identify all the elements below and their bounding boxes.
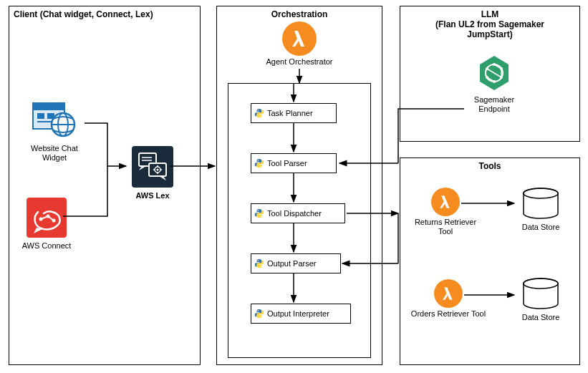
svg-point-29	[257, 210, 259, 211]
svg-point-28	[260, 165, 261, 167]
step-label: Task Planner	[267, 109, 313, 117]
svg-point-34	[260, 316, 261, 317]
datastore-label: Data Store	[516, 223, 566, 232]
svg-rect-2	[37, 113, 44, 119]
sagemaker-label: Sagemaker Endpoint	[466, 95, 523, 114]
lambda-icon	[434, 279, 463, 308]
tools-title: Tools	[400, 158, 579, 174]
orders-retriever-tool: Orders Retriever Tool	[405, 279, 491, 319]
datastore-returns: Data Store	[516, 188, 566, 232]
svg-rect-8	[26, 198, 67, 238]
step-label: Output Parser	[267, 259, 316, 268]
svg-point-32	[260, 266, 261, 267]
returns-label: Returns Retriever Tool	[411, 218, 480, 236]
step-label: Tool Parser	[267, 159, 307, 168]
datastore-icon	[521, 188, 561, 219]
aws-connect-icon	[26, 198, 67, 238]
chat-widget-icon	[32, 100, 77, 140]
output-interpreter-step: Output Interpreter	[251, 304, 351, 324]
svg-point-20	[157, 169, 159, 171]
aws-lex-icon	[132, 146, 173, 188]
orchestration-title: Orchestration	[217, 6, 382, 22]
sagemaker-icon	[476, 54, 513, 92]
output-parser-step: Output Parser	[251, 253, 341, 273]
aws-connect-label: AWS Connect	[21, 241, 72, 251]
datastore-icon	[521, 278, 561, 309]
python-icon	[254, 309, 264, 319]
svg-rect-1	[33, 103, 64, 110]
svg-point-33	[257, 310, 259, 311]
aws-connect: AWS Connect	[21, 198, 72, 251]
step-label: Output Interpreter	[267, 309, 329, 318]
python-icon	[254, 158, 264, 168]
lambda-icon	[431, 188, 460, 216]
chat-widget-label: Website Chat Widget	[24, 144, 85, 163]
step-label: Tool Dispatcher	[267, 209, 322, 218]
svg-point-27	[257, 160, 259, 161]
python-icon	[254, 108, 264, 118]
aws-lex: AWS Lex	[127, 146, 178, 200]
orchestrator-label: Agent Orchestrator	[258, 57, 341, 67]
client-title: Client (Chat widget, Connect, Lex)	[9, 6, 200, 22]
datastore-label: Data Store	[516, 313, 566, 322]
lambda-icon	[282, 21, 317, 56]
datastore-orders: Data Store	[516, 278, 566, 322]
tool-dispatcher-step: Tool Dispatcher	[251, 203, 345, 223]
svg-point-25	[257, 110, 259, 111]
python-icon	[254, 258, 264, 268]
sagemaker-endpoint: Sagemaker Endpoint	[466, 54, 523, 114]
python-icon	[254, 208, 264, 218]
svg-point-30	[260, 215, 261, 217]
llm-title: LLM (Flan UL2 from Sagemaker JumpStart)	[400, 6, 579, 42]
orders-label: Orders Retriever Tool	[405, 309, 491, 319]
tool-parser-step: Tool Parser	[251, 153, 337, 173]
returns-retriever-tool: Returns Retriever Tool	[411, 188, 480, 236]
website-chat-widget: Website Chat Widget	[24, 100, 85, 163]
svg-point-31	[257, 260, 259, 261]
aws-lex-label: AWS Lex	[127, 191, 178, 200]
svg-point-26	[260, 115, 261, 117]
task-planner-step: Task Planner	[251, 103, 337, 123]
agent-orchestrator: Agent Orchestrator	[258, 21, 341, 67]
